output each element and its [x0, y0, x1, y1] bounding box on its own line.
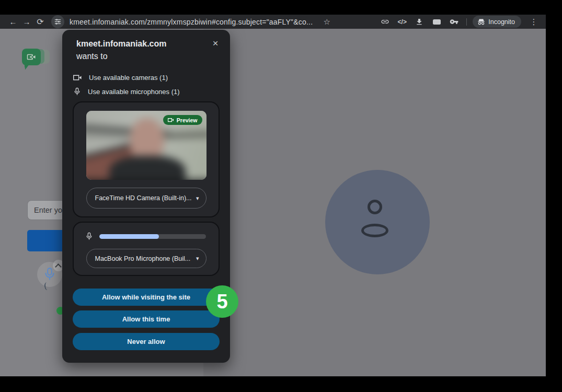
tune-icon: [54, 18, 62, 26]
caret-down-icon: ▾: [196, 255, 199, 262]
never-allow-button[interactable]: Never allow: [73, 333, 220, 350]
mic-level-fill: [99, 234, 159, 239]
toolbar-actions: </> Incognit: [378, 16, 541, 28]
saved-card-icon[interactable]: [430, 16, 443, 28]
close-icon[interactable]: ×: [210, 38, 221, 49]
preview-person-torso: [109, 156, 186, 180]
videocam-icon: [27, 53, 36, 61]
microphone-device-select[interactable]: MacBook Pro Microphone (Buil... ▾: [86, 249, 207, 268]
allow-while-visiting-button[interactable]: Allow while visiting the site: [73, 289, 220, 306]
browser-toolbar: ← → ⟳ kmeet.infomaniak.com/zmmnylxmspzbi…: [0, 15, 546, 29]
dialog-origin: kmeet.infomaniak.com: [76, 39, 167, 48]
preview-badge: Preview: [163, 115, 202, 125]
site-settings-icon[interactable]: [51, 15, 64, 28]
camera-preview: Preview: [86, 111, 207, 180]
caret-down-icon: ▾: [196, 195, 199, 202]
camera-device-select[interactable]: FaceTime HD Camera (Built-in)... ▾: [86, 188, 207, 209]
person-icon-body: [361, 224, 388, 237]
camera-permission-row: Use available cameras (1): [62, 71, 230, 85]
reload-icon[interactable]: ⟳: [33, 18, 47, 26]
code-icon[interactable]: </>: [395, 16, 409, 28]
incognito-badge: Incognito: [473, 16, 521, 28]
videocam-icon: [168, 118, 174, 122]
forward-icon[interactable]: →: [20, 18, 33, 26]
permission-dialog: kmeet.infomaniak.com wants to × Use avai…: [62, 30, 230, 363]
toolbar-divider: [466, 18, 467, 26]
incognito-label: Incognito: [488, 18, 515, 26]
incognito-icon: [477, 18, 485, 25]
address-bar-url[interactable]: kmeet.infomaniak.com/zmmnylxmspzbiwin#co…: [70, 18, 313, 26]
browser-menu-icon[interactable]: ⋮: [527, 18, 541, 26]
mic-level-row: [74, 223, 219, 241]
microphone-permission-row: Use available microphones (1): [62, 85, 230, 99]
chevron-up-icon: [55, 263, 62, 270]
key-icon-glyph: [450, 17, 458, 26]
dialog-title-rest: wants to: [76, 52, 108, 61]
screen: ← → ⟳ kmeet.infomaniak.com/zmmnylxmspzbi…: [0, 0, 562, 392]
mic-level-track: [99, 234, 206, 239]
bookmark-star-icon[interactable]: ☆: [320, 18, 334, 26]
permission-label: Use available microphones (1): [88, 88, 180, 96]
permission-list: Use available cameras (1) Use available …: [62, 71, 230, 99]
link-icon[interactable]: [378, 16, 392, 28]
card-shape: [433, 19, 441, 25]
microphone-device-label: MacBook Pro Microphone (Buil...: [95, 255, 191, 262]
person-icon-head: [368, 200, 382, 214]
download-icon[interactable]: [412, 16, 426, 28]
permission-label: Use available cameras (1): [89, 74, 168, 82]
download-icon-glyph: [415, 18, 423, 26]
step-number-badge: 5: [206, 285, 238, 318]
camera-icon: [73, 74, 82, 81]
camera-panel: Preview FaceTime HD Camera (Built-in)...…: [73, 101, 220, 217]
kmeet-logo: [22, 49, 55, 81]
avatar: [325, 170, 430, 274]
link-icon-glyph: [381, 17, 389, 26]
page-mic-control[interactable]: [37, 262, 62, 287]
microphone-panel: MacBook Pro Microphone (Buil... ▾: [73, 222, 220, 276]
password-key-icon[interactable]: [447, 16, 461, 28]
microphone-icon: [73, 87, 81, 96]
dialog-title: kmeet.infomaniak.com wants to: [62, 30, 201, 63]
back-icon[interactable]: ←: [6, 18, 20, 26]
kmeet-logo-icon: [22, 49, 41, 65]
camera-device-label: FaceTime HD Camera (Built-in)...: [95, 194, 192, 202]
allow-this-time-button[interactable]: Allow this time: [73, 310, 220, 328]
microphone-icon: [85, 232, 93, 241]
preview-badge-label: Preview: [177, 117, 198, 123]
